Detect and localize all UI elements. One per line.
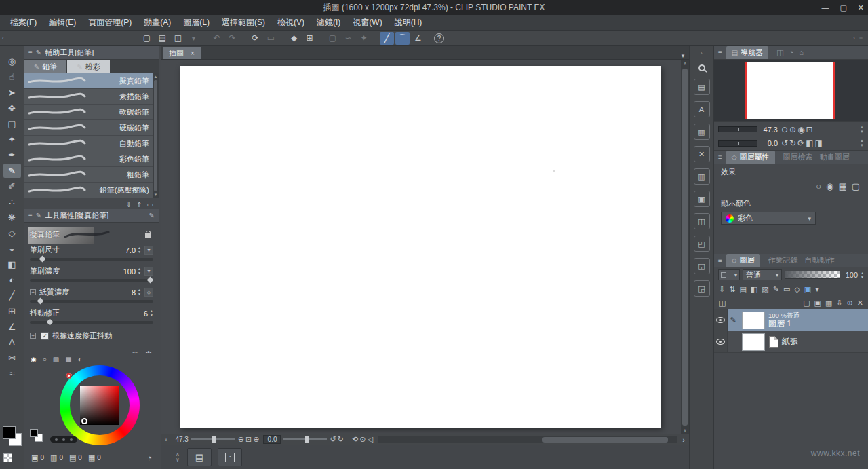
toolbar-menu-icon[interactable]: ≡ xyxy=(859,35,863,41)
document-tab[interactable]: 插圖 × xyxy=(163,47,201,59)
open-file-icon[interactable]: ▤ xyxy=(155,32,170,45)
transfer-down-icon[interactable]: ⇩ xyxy=(836,299,842,307)
flip-horizontal-icon[interactable]: ◁ xyxy=(366,435,373,444)
save-icon[interactable]: ◫ xyxy=(171,32,185,45)
layer-color-icon[interactable]: ▣ xyxy=(804,285,811,294)
slider-track[interactable] xyxy=(30,279,153,282)
snap-grid-icon[interactable]: ∠ xyxy=(411,32,425,45)
nav-rotate-cw-icon[interactable]: ↻ xyxy=(789,138,797,148)
delete-layer-icon[interactable]: ✕ xyxy=(857,299,863,307)
layer-visibility-cell[interactable] xyxy=(714,331,728,352)
lock-alpha-icon[interactable]: ▨ xyxy=(762,285,768,294)
vertical-scrollbar[interactable]: ∧ ∨ xyxy=(681,60,689,434)
color-wheel-tab-icon[interactable]: ◉ xyxy=(31,356,37,363)
hand-tool-icon[interactable]: ☝ xyxy=(3,70,21,84)
dynamics-button[interactable]: ▼ xyxy=(144,267,153,276)
menu-item[interactable]: 圖層(L) xyxy=(177,15,216,31)
new-raster-layer-icon[interactable]: ▢ xyxy=(803,299,810,307)
border-edge-icon[interactable]: ◉ xyxy=(826,181,833,191)
material-image-icon[interactable]: ✕ xyxy=(694,146,710,162)
value-spinner[interactable]: ▲▼ xyxy=(138,267,141,275)
border-effect-icon[interactable]: ○ xyxy=(816,181,821,191)
collapse-left-icon[interactable]: ‹ xyxy=(0,35,6,41)
brush-list-scrollbar[interactable]: ▲ ▼ xyxy=(153,73,159,198)
layer-thumbnail[interactable] xyxy=(742,312,765,329)
panel-menu-icon[interactable]: ≡ xyxy=(718,257,722,264)
rotate-ccw-icon[interactable]: ↺ xyxy=(330,435,337,444)
selection-tool-icon[interactable]: ▢ xyxy=(3,117,21,131)
opacity-value[interactable]: 100 xyxy=(843,271,858,279)
frame-tool-icon[interactable]: ⊞ xyxy=(3,304,21,318)
bar-expand-icon[interactable]: ∧∨ xyxy=(176,452,180,463)
decoration-tool-icon[interactable]: ❋ xyxy=(3,210,21,225)
layer-tab[interactable]: ◇ 圖層 xyxy=(726,254,760,267)
minimize-button[interactable]: — xyxy=(821,3,829,12)
panel-menu-icon[interactable]: ≡ xyxy=(28,49,33,56)
color-set-tab-icon[interactable]: ▦ xyxy=(65,356,71,363)
layer-property-sibling-tab[interactable]: 動畫圖層 xyxy=(820,152,850,162)
info-tab-icon[interactable]: ◔ xyxy=(789,48,794,57)
layer-row[interactable]: ✎ 100 %普通 圖層 1 xyxy=(714,309,868,331)
save-menu-icon[interactable]: ▾ xyxy=(186,32,201,45)
layer-reflect-icon[interactable]: ▢ xyxy=(852,181,860,191)
panel-size-icons[interactable]: ▲▼ xyxy=(860,138,864,148)
blend-mode-dropdown[interactable]: 普通 ▾ xyxy=(743,269,782,280)
reset-view-icon[interactable]: ⟲ xyxy=(351,435,359,444)
layer-thumbnail[interactable] xyxy=(742,333,765,351)
slider-track[interactable] xyxy=(30,258,153,261)
magnifier-icon[interactable] xyxy=(698,64,705,71)
nav-flip-v-icon[interactable]: ◨ xyxy=(814,138,823,148)
layer-sibling-tab[interactable]: 作業記錄 xyxy=(768,255,798,265)
menu-item[interactable]: 視窗(W) xyxy=(347,15,388,31)
zoom-in-icon[interactable]: ⊕ xyxy=(252,435,260,444)
timer-icon[interactable]: ◔ xyxy=(146,453,152,463)
layer-row[interactable]: 紙張 xyxy=(714,331,868,353)
fit-screen-icon[interactable]: ⊙ xyxy=(359,435,366,444)
mini-color-swatches[interactable] xyxy=(30,429,46,444)
lock-layer-icon[interactable]: ◧ xyxy=(751,285,757,294)
help-icon[interactable]: ? xyxy=(434,33,444,43)
nav-rotate-ccw-icon[interactable]: ↺ xyxy=(781,138,789,148)
panel-menu-icon[interactable]: ≡ xyxy=(718,49,722,56)
balloon-tool-icon[interactable]: ✉ xyxy=(3,351,21,365)
display-color-dropdown[interactable]: 彩色 ▾ xyxy=(721,212,816,225)
deselect-icon[interactable]: ▭ xyxy=(264,32,278,45)
magic-wand-icon[interactable]: ✦ xyxy=(357,32,371,45)
navigator-zoom-slider[interactable] xyxy=(718,126,757,132)
navigator-rotation-slider[interactable] xyxy=(718,140,757,147)
menu-item[interactable]: 選擇範圍(S) xyxy=(216,15,271,31)
brush-row[interactable]: 粗鉛筆 xyxy=(24,167,159,183)
bar-collapse-icon[interactable]: ∨ xyxy=(164,437,168,443)
fill-tool-icon[interactable]: ◧ xyxy=(3,257,21,271)
nav-reset-rotation-icon[interactable]: ⟳ xyxy=(797,138,805,148)
undo-icon[interactable]: ↶ xyxy=(210,32,224,45)
main-color-swatch[interactable] xyxy=(3,426,16,439)
refresh-icon[interactable]: ⟳ xyxy=(248,32,262,45)
layer-menu-icon[interactable]: ▾ xyxy=(815,285,819,294)
menu-item[interactable]: 編輯(E) xyxy=(43,15,82,31)
canvas-page[interactable] xyxy=(180,66,661,428)
new-vector-layer-icon[interactable]: ▣ xyxy=(814,299,821,307)
auto-select-tool-icon[interactable]: ✦ xyxy=(3,132,21,147)
crop-icon[interactable]: ⊞ xyxy=(302,32,317,45)
snap-special-ruler-icon[interactable]: ⌒ xyxy=(395,32,410,45)
tone-effect-icon[interactable]: ▦ xyxy=(838,181,846,191)
horizontal-scroll-thumb[interactable] xyxy=(542,437,668,443)
sv-cursor[interactable] xyxy=(81,418,87,424)
expand-icon[interactable]: + xyxy=(30,333,36,339)
figure-tool-icon[interactable]: ╱ xyxy=(3,288,21,303)
draft-layer-icon[interactable]: ✎ xyxy=(773,285,779,294)
scroll-up-icon[interactable]: ▲ xyxy=(154,75,158,79)
layer-property-sibling-tab[interactable]: 圖層檢索 xyxy=(783,152,813,162)
panel-menu-icon[interactable]: ≡ xyxy=(28,212,33,219)
scroll-down-icon[interactable]: ∨ xyxy=(681,426,689,434)
clip-studio-button[interactable]: ◔ xyxy=(218,448,242,466)
menu-item[interactable]: 動畫(A) xyxy=(138,15,177,31)
item-bank-tab-icon[interactable]: ⌂ xyxy=(799,48,804,57)
brush-row[interactable]: 硬碳鉛筆 xyxy=(24,120,159,136)
slider-track[interactable] xyxy=(30,321,153,324)
material-3d-icon[interactable]: ▥ xyxy=(694,168,710,185)
eraser-all-icon[interactable]: ◆ xyxy=(287,32,301,45)
strip-collapse-icon[interactable]: ‹ xyxy=(701,50,703,56)
value-spinner[interactable]: ▲▼ xyxy=(138,288,141,296)
